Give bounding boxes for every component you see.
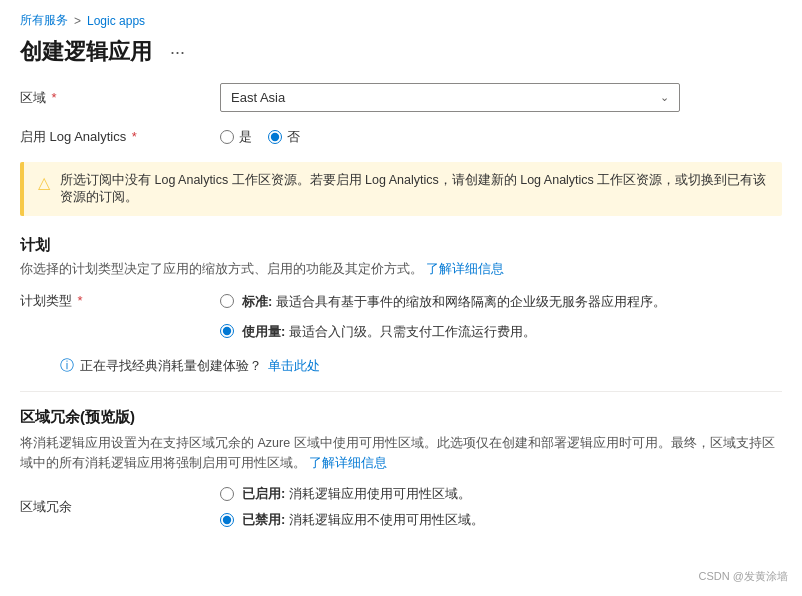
- log-analytics-row: 启用 Log Analytics * 是 否: [20, 128, 782, 146]
- region-label: 区域 *: [20, 89, 220, 107]
- region-row: 区域 * East Asia ⌄: [20, 83, 782, 112]
- region-select[interactable]: East Asia ⌄: [220, 83, 680, 112]
- log-analytics-label: 启用 Log Analytics *: [20, 128, 220, 146]
- plan-section-title: 计划: [20, 236, 782, 255]
- plan-consumption-name: 使用量:: [242, 324, 289, 339]
- breadcrumb-sep1: >: [74, 14, 81, 28]
- section-divider: [20, 391, 782, 392]
- zone-disabled-radio[interactable]: [220, 513, 234, 527]
- plan-type-label: 计划类型 *: [20, 292, 220, 310]
- info-icon: ⓘ: [60, 357, 74, 375]
- plan-consumption-radio[interactable]: [220, 324, 234, 338]
- zone-desc-text: 将消耗逻辑应用设置为在支持区域冗余的 Azure 区域中使用可用性区域。此选项仅…: [20, 436, 775, 470]
- main-content: 区域 * East Asia ⌄ 启用 Log Analytics * 是 否: [0, 83, 802, 529]
- page-title: 创建逻辑应用: [20, 37, 152, 67]
- log-analytics-yes-radio[interactable]: [220, 130, 234, 144]
- warning-box: △ 所选订阅中没有 Log Analytics 工作区资源。若要启用 Log A…: [20, 162, 782, 216]
- log-analytics-radio-group: 是 否: [220, 128, 782, 146]
- region-required: *: [48, 90, 57, 105]
- info-row: ⓘ 正在寻找经典消耗量创建体验？ 单击此处: [20, 357, 782, 375]
- zone-redundancy-control: 已启用: 消耗逻辑应用使用可用性区域。 已禁用: 消耗逻辑应用不使用可用性区域。: [220, 485, 782, 529]
- warning-icon: △: [38, 173, 50, 192]
- warning-text: 所选订阅中没有 Log Analytics 工作区资源。若要启用 Log Ana…: [60, 172, 768, 206]
- zone-redundancy-label: 区域冗余: [20, 498, 220, 516]
- plan-learn-more-link[interactable]: 了解详细信息: [426, 262, 504, 276]
- region-value: East Asia: [231, 90, 285, 105]
- plan-consumption-option: 使用量: 最适合入门级。只需支付工作流运行费用。: [220, 322, 782, 342]
- plan-consumption-desc: 最适合入门级。只需支付工作流运行费用。: [289, 324, 536, 339]
- watermark: CSDN @发黄涂墙: [699, 569, 788, 584]
- zone-enabled-text: 已启用: 消耗逻辑应用使用可用性区域。: [242, 485, 471, 503]
- breadcrumb: 所有服务 > Logic apps: [0, 0, 802, 33]
- plan-consumption-text: 使用量: 最适合入门级。只需支付工作流运行费用。: [242, 322, 536, 342]
- plan-type-required: *: [74, 293, 83, 308]
- plan-type-control: 标准: 最适合具有基于事件的缩放和网络隔离的企业级无服务器应用程序。 使用量: …: [220, 292, 782, 341]
- log-analytics-required: *: [128, 129, 137, 144]
- info-text: 正在寻找经典消耗量创建体验？: [80, 358, 262, 375]
- log-analytics-no-radio[interactable]: [268, 130, 282, 144]
- log-analytics-yes-label[interactable]: 是: [220, 128, 252, 146]
- log-analytics-no-label[interactable]: 否: [268, 128, 300, 146]
- zone-desc: 将消耗逻辑应用设置为在支持区域冗余的 Azure 区域中使用可用性区域。此选项仅…: [20, 433, 782, 473]
- breadcrumb-logic-apps[interactable]: Logic apps: [87, 14, 145, 28]
- zone-enabled-radio[interactable]: [220, 487, 234, 501]
- plan-standard-radio[interactable]: [220, 294, 234, 308]
- log-analytics-control: 是 否: [220, 128, 782, 146]
- zone-options: 已启用: 消耗逻辑应用使用可用性区域。 已禁用: 消耗逻辑应用不使用可用性区域。: [220, 485, 782, 529]
- plan-standard-text: 标准: 最适合具有基于事件的缩放和网络隔离的企业级无服务器应用程序。: [242, 292, 666, 312]
- zone-learn-more-link[interactable]: 了解详细信息: [309, 456, 387, 470]
- zone-disabled-text: 已禁用: 消耗逻辑应用不使用可用性区域。: [242, 511, 484, 529]
- plan-standard-name: 标准:: [242, 294, 276, 309]
- plan-standard-desc: 最适合具有基于事件的缩放和网络隔离的企业级无服务器应用程序。: [276, 294, 666, 309]
- log-analytics-yes-text: 是: [239, 128, 252, 146]
- zone-redundancy-row: 区域冗余 已启用: 消耗逻辑应用使用可用性区域。 已禁用: 消耗逻辑应用不使用可…: [20, 485, 782, 529]
- plan-options: 标准: 最适合具有基于事件的缩放和网络隔离的企业级无服务器应用程序。 使用量: …: [220, 292, 782, 341]
- plan-section-desc: 你选择的计划类型决定了应用的缩放方式、启用的功能及其定价方式。 了解详细信息: [20, 261, 782, 278]
- zone-enabled-option: 已启用: 消耗逻辑应用使用可用性区域。: [220, 485, 782, 503]
- page-title-row: 创建逻辑应用 ···: [0, 33, 802, 83]
- plan-standard-option: 标准: 最适合具有基于事件的缩放和网络隔离的企业级无服务器应用程序。: [220, 292, 782, 312]
- zone-section-title: 区域冗余(预览版): [20, 408, 782, 427]
- log-analytics-no-text: 否: [287, 128, 300, 146]
- ellipsis-button[interactable]: ···: [164, 40, 191, 65]
- plan-type-row: 计划类型 * 标准: 最适合具有基于事件的缩放和网络隔离的企业级无服务器应用程序…: [20, 292, 782, 341]
- zone-disabled-option: 已禁用: 消耗逻辑应用不使用可用性区域。: [220, 511, 782, 529]
- red-arrow-icon: [792, 324, 802, 354]
- breadcrumb-all-services[interactable]: 所有服务: [20, 12, 68, 29]
- region-control: East Asia ⌄: [220, 83, 782, 112]
- chevron-down-icon: ⌄: [660, 91, 669, 104]
- info-link[interactable]: 单击此处: [268, 358, 320, 375]
